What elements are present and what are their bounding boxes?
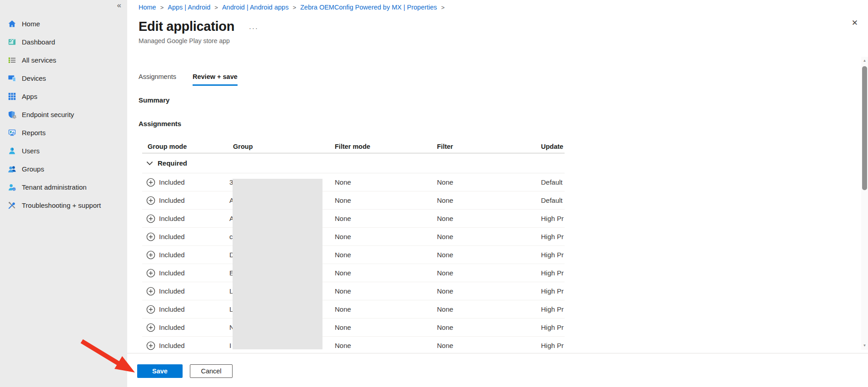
- plus-circle-icon[interactable]: [146, 269, 155, 278]
- apps-icon: [8, 92, 16, 101]
- col-header-filter-mode: Filter mode: [335, 143, 437, 150]
- sidebar-item-apps[interactable]: Apps: [0, 87, 127, 105]
- table-row: IncludedLNoneNoneHigh Pr: [142, 300, 565, 318]
- table-row: IncludedANoneNoneDefault: [142, 191, 565, 210]
- update-cell: High Pr: [541, 251, 565, 259]
- filter-mode-cell: None: [335, 323, 437, 331]
- sidebar-item-label: All services: [22, 56, 56, 64]
- sidebar-item-devices[interactable]: Devices: [0, 69, 127, 87]
- group-mode-value: Included: [159, 269, 185, 277]
- plus-circle-icon[interactable]: [146, 323, 155, 332]
- dashboard-icon: [8, 38, 16, 46]
- filter-cell: None: [437, 305, 541, 313]
- filter-mode-cell: None: [335, 287, 437, 295]
- sidebar-nav: HomeDashboardAll servicesDevicesAppsEndp…: [0, 15, 127, 214]
- plus-circle-icon[interactable]: [146, 305, 155, 314]
- sidebar-item-label: Endpoint security: [22, 111, 74, 118]
- plus-circle-icon[interactable]: [146, 214, 155, 223]
- endpoint-security-icon: [8, 110, 16, 119]
- page-title: Edit application: [139, 19, 234, 34]
- plus-circle-icon[interactable]: [146, 250, 155, 260]
- group-section-label: Required: [158, 159, 187, 167]
- filter-cell: None: [437, 323, 541, 331]
- plus-circle-icon[interactable]: [146, 232, 155, 241]
- sidebar-item-home[interactable]: Home: [0, 15, 127, 33]
- breadcrumb-link-home[interactable]: Home: [139, 4, 156, 11]
- sidebar-item-users[interactable]: Users: [0, 142, 127, 160]
- scroll-down-icon[interactable]: ▼: [861, 343, 868, 349]
- group-mode-value: Included: [159, 323, 185, 331]
- group-mode-cell: Included: [142, 232, 233, 241]
- scroll-up-icon[interactable]: ▲: [861, 58, 868, 64]
- tab-review-save[interactable]: Review + save: [193, 73, 238, 86]
- update-cell: High Pr: [541, 269, 565, 277]
- sidebar-item-label: Users: [22, 147, 40, 155]
- update-cell: High Pr: [541, 305, 565, 313]
- sidebar-item-all-services[interactable]: All services: [0, 51, 127, 69]
- filter-cell: None: [437, 342, 541, 349]
- sidebar-item-tenant-administration[interactable]: Tenant administration: [0, 178, 127, 196]
- overflow-menu-icon[interactable]: ···: [249, 24, 258, 32]
- filter-cell: None: [437, 269, 541, 277]
- group-name-fragment: I: [229, 342, 231, 349]
- filter-mode-cell: None: [335, 196, 437, 204]
- breadcrumb-separator: >: [160, 4, 164, 11]
- table-row: IncludedANoneNoneHigh Pr: [142, 210, 565, 228]
- assignments-table: Group mode Group Filter mode Filter Upda…: [142, 140, 565, 353]
- sidebar-item-troubleshooting-support[interactable]: Troubleshooting + support: [0, 196, 127, 214]
- update-cell: High Pr: [541, 233, 565, 240]
- filter-cell: None: [437, 178, 541, 186]
- filter-mode-cell: None: [335, 178, 437, 186]
- group-mode-cell: Included: [142, 323, 233, 332]
- update-cell: High Pr: [541, 287, 565, 295]
- title-row: Edit application ···: [139, 19, 258, 34]
- chevron-down-icon[interactable]: [146, 161, 153, 166]
- filter-cell: None: [437, 287, 541, 295]
- filter-mode-cell: None: [335, 342, 437, 349]
- sidebar-item-label: Home: [22, 20, 40, 28]
- filter-mode-cell: None: [335, 269, 437, 277]
- group-mode-value: Included: [159, 287, 185, 295]
- group-mode-value: Included: [159, 251, 185, 259]
- close-icon[interactable]: ✕: [852, 18, 858, 28]
- plus-circle-icon[interactable]: [146, 178, 155, 187]
- cancel-button[interactable]: Cancel: [190, 364, 233, 378]
- filter-mode-cell: None: [335, 251, 437, 259]
- sidebar-item-dashboard[interactable]: Dashboard: [0, 33, 127, 51]
- group-mode-cell: Included: [142, 287, 233, 296]
- group-section-row-required[interactable]: Required: [142, 153, 565, 173]
- plus-circle-icon[interactable]: [146, 287, 155, 296]
- col-header-filter: Filter: [437, 143, 541, 150]
- update-cell: High Pr: [541, 342, 565, 349]
- table-row: IncludedLNoneNoneHigh Pr: [142, 282, 565, 300]
- update-cell: High Pr: [541, 215, 565, 222]
- scrollbar-thumb[interactable]: [862, 66, 867, 190]
- breadcrumb-link-apps-android[interactable]: Apps | Android: [168, 4, 210, 11]
- sidebar-item-label: Troubleshooting + support: [22, 201, 101, 209]
- filter-mode-cell: None: [335, 233, 437, 240]
- plus-circle-icon[interactable]: [146, 341, 155, 350]
- col-header-group-mode: Group mode: [142, 143, 233, 150]
- sidebar-item-groups[interactable]: Groups: [0, 160, 127, 178]
- save-button[interactable]: Save: [137, 364, 183, 378]
- sidebar-item-endpoint-security[interactable]: Endpoint security: [0, 105, 127, 123]
- update-cell: High Pr: [541, 323, 565, 331]
- sidebar-item-label: Reports: [22, 129, 46, 137]
- reports-icon: [8, 128, 16, 137]
- plus-circle-icon[interactable]: [146, 196, 155, 205]
- table-row: Included3NoneNoneDefault: [142, 173, 565, 191]
- assignments-heading: Assignments: [139, 120, 181, 127]
- sidebar-collapse-icon[interactable]: «: [117, 1, 121, 10]
- groups-icon: [8, 165, 16, 173]
- breadcrumb-link-zebra-oemconfig-powered-by-mx-properties[interactable]: Zebra OEMConfig Powered by MX | Properti…: [300, 4, 437, 11]
- main-panel: Home>Apps | Android>Android | Android ap…: [127, 0, 868, 387]
- sidebar-item-label: Groups: [22, 165, 44, 173]
- scrollbar[interactable]: ▲ ▼: [861, 57, 868, 350]
- tab-assignments[interactable]: Assignments: [139, 73, 176, 84]
- breadcrumb-link-android-android-apps[interactable]: Android | Android apps: [222, 4, 288, 11]
- sidebar-item-reports[interactable]: Reports: [0, 123, 127, 142]
- group-mode-value: Included: [159, 305, 185, 313]
- col-header-update: Update: [541, 143, 565, 150]
- redaction-overlay: [233, 179, 322, 349]
- home-icon: [8, 20, 16, 28]
